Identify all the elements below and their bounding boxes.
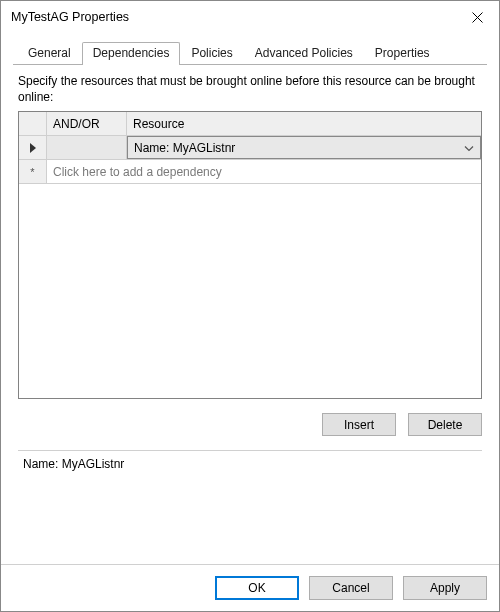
row-indicator-new: *	[19, 160, 47, 183]
chevron-down-icon	[464, 142, 474, 153]
dependencies-grid[interactable]: AND/OR Resource Name: MyAGListnr * Click…	[18, 111, 482, 399]
insert-button[interactable]: Insert	[322, 413, 396, 436]
caret-right-icon	[29, 143, 37, 153]
separator	[18, 450, 482, 451]
grid-header-marker	[19, 112, 47, 135]
tab-general[interactable]: General	[17, 42, 82, 64]
window-title: MyTestAG Properties	[11, 10, 129, 24]
svg-marker-2	[30, 143, 36, 153]
close-button[interactable]	[455, 1, 499, 33]
ok-button[interactable]: OK	[215, 576, 299, 600]
apply-button[interactable]: Apply	[403, 576, 487, 600]
dialog-footer: OK Cancel Apply	[1, 564, 499, 611]
tabstrip: General Dependencies Policies Advanced P…	[13, 39, 487, 65]
grid-header-row: AND/OR Resource	[19, 112, 481, 136]
grid-header-andor: AND/OR	[47, 112, 127, 135]
grid-data-row[interactable]: Name: MyAGListnr	[19, 136, 481, 160]
titlebar: MyTestAG Properties	[1, 1, 499, 33]
new-row-placeholder[interactable]: Click here to add a dependency	[47, 160, 481, 183]
dependencies-page: Specify the resources that must be broug…	[18, 73, 482, 436]
tab-advanced-policies[interactable]: Advanced Policies	[244, 42, 364, 64]
cell-andor[interactable]	[47, 136, 127, 159]
instruction-text: Specify the resources that must be broug…	[18, 73, 482, 105]
row-indicator-current	[19, 136, 47, 159]
tab-properties[interactable]: Properties	[364, 42, 441, 64]
selected-resource-name: Name: MyAGListnr	[23, 457, 477, 471]
grid-header-resource: Resource	[127, 112, 481, 135]
delete-button[interactable]: Delete	[408, 413, 482, 436]
cancel-button[interactable]: Cancel	[309, 576, 393, 600]
tab-dependencies[interactable]: Dependencies	[82, 42, 181, 65]
grid-new-row[interactable]: * Click here to add a dependency	[19, 160, 481, 184]
tab-policies[interactable]: Policies	[180, 42, 243, 64]
close-icon	[472, 12, 483, 23]
cell-resource-value: Name: MyAGListnr	[134, 141, 235, 155]
grid-buttons: Insert Delete	[18, 413, 482, 436]
cell-resource-dropdown[interactable]: Name: MyAGListnr	[127, 136, 481, 159]
